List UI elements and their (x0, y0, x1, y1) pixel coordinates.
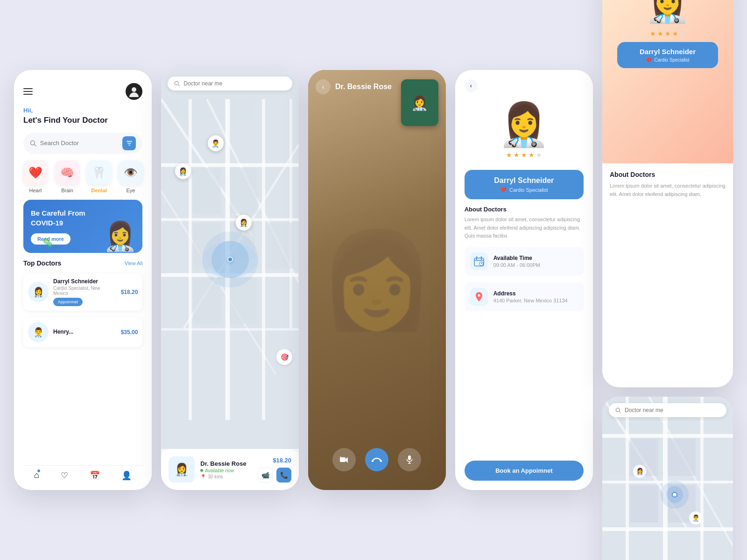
view-all-link[interactable]: View All (125, 260, 142, 266)
star-rating: ★ ★ ★ ★ ★ (506, 151, 542, 159)
svg-rect-30 (408, 455, 411, 460)
screen-map: 👨‍⚕️ 👩‍⚕️ 👩‍⚕️ 🎯 👩‍⚕️ Dr. Bessie Rose Av… (161, 70, 299, 490)
illustration-container: 👩‍⚕️ ★ ★ ★ ★ ★ (498, 104, 550, 159)
book-appointment-button[interactable]: Book an Appoimnet (465, 461, 584, 481)
profile2-stars: ★ ★ ★ ★ ★ (650, 30, 686, 37)
end-call-button[interactable] (365, 448, 388, 471)
mic-toggle-button[interactable] (398, 448, 421, 471)
doctor-price-2: $35.00 (121, 329, 138, 336)
heart-spec-icon-2: ❤️ (646, 57, 651, 63)
covid-title: Be Careful From COVID-19 (31, 208, 93, 228)
category-eye[interactable]: 👁️ Eye (119, 161, 143, 193)
eye-icon-box: 👁️ (119, 161, 143, 185)
camera-toggle-button[interactable] (332, 448, 356, 471)
category-heart[interactable]: ❤️ Heart (23, 161, 48, 193)
map-search-icon (174, 81, 180, 86)
location-pin-icon (475, 292, 483, 302)
profile2-top: ‹ 👩‍⚕️ ★ ★ ★ ★ ★ Darryl Schneider ❤️ Car… (602, 0, 733, 163)
doctor-figure: 👩‍⚕️ (103, 220, 138, 253)
map-search-input[interactable] (183, 80, 286, 87)
map-pin-1[interactable]: 👨‍⚕️ (208, 135, 224, 151)
svg-rect-12 (289, 99, 292, 328)
available-time-row: Available Time 09:00 AM - 06:00PM (465, 247, 584, 276)
doctor-card-price: $18.20 (273, 457, 291, 464)
address-label: Address (493, 290, 568, 297)
category-dental[interactable]: 🦷 Dental (87, 161, 111, 193)
svg-text:👩‍⚕️: 👩‍⚕️ (636, 468, 644, 476)
greeting: Hii, Let's Find Your Doctor (23, 106, 142, 126)
doctor-name-2: Henry... (53, 329, 116, 335)
search-bar[interactable] (23, 133, 142, 154)
camera-icon (340, 456, 348, 463)
categories: ❤️ Heart 🧠 Brain 🦷 Dental 👁️ Eye (23, 161, 142, 193)
user-location-dot (227, 257, 233, 262)
video-call-button[interactable]: 📹 (258, 468, 273, 483)
virus-icon: 🦠 (42, 237, 54, 248)
top-doctors-header: Top Doctors View All (23, 259, 142, 267)
svg-rect-17 (193, 168, 221, 214)
doctor-card-right: $18.20 📹 📞 (258, 457, 291, 483)
menu-button[interactable] (23, 88, 33, 95)
doctor-illustration: 👩‍⚕️ ★ ★ ★ ★ ★ (465, 99, 584, 163)
p2-star-4: ★ (672, 30, 678, 37)
map-target-icon[interactable]: 🎯 (276, 349, 292, 365)
svg-rect-11 (262, 99, 265, 420)
video-back-button[interactable]: ‹ (316, 79, 331, 94)
user-avatar[interactable] (126, 83, 142, 100)
map-pin-2[interactable]: 👩‍⚕️ (175, 163, 191, 179)
doctor-info-1: Darryl Schneider Cardio Specialist, New … (53, 278, 116, 306)
category-brain[interactable]: 🧠 Brain (55, 161, 79, 193)
map-pin-3[interactable]: 👩‍⚕️ (236, 215, 252, 231)
star-3: ★ (521, 151, 527, 159)
screen-doctor-profile: ‹ 👩‍⚕️ ★ ★ ★ ★ ★ Darryl Schneider ❤️ Car… (455, 70, 593, 490)
end-call-icon (372, 457, 382, 462)
map-small-search-input[interactable] (625, 407, 720, 413)
profile2-about-title: About Doctors (610, 171, 726, 178)
available-time-info: Available Time 09:00 AM - 06:00PM (493, 255, 540, 268)
svg-point-0 (132, 87, 136, 92)
covid-banner: Be Careful From COVID-19 Read more 👩‍⚕️ … (23, 200, 142, 253)
video-call-title: Dr. Bessie Rose (335, 83, 392, 91)
doctor-bottom-card: 👩‍⚕️ Dr. Bessie Rose Available now 📍 30 … (161, 449, 299, 490)
map-small-roads: 👩‍⚕️ 👨‍⚕️ (602, 397, 733, 560)
picture-in-picture-video: 👩‍⚕️ (401, 79, 438, 126)
doctor-price-1: $18.20 (121, 289, 138, 295)
svg-rect-45 (700, 397, 704, 560)
appointment-button-1[interactable]: Appoimnet (53, 298, 83, 306)
doctor-card-image: 👩‍⚕️ (169, 456, 195, 483)
nav-active-dot (37, 469, 40, 472)
about-text: Lorem ipsum dolor sit amet, consectetur … (465, 216, 584, 240)
doctor-available-status: Available now (200, 468, 252, 473)
map-search-bar[interactable] (168, 77, 292, 91)
doctor-name-1: Darryl Schneider (53, 278, 116, 285)
doctor-emoji: 👩‍⚕️ (498, 104, 550, 146)
card-actions: 📹 📞 (258, 468, 291, 483)
star-5: ★ (536, 151, 542, 159)
nav-calendar[interactable]: 📅 (90, 470, 100, 481)
screen-home: Hii, Let's Find Your Doctor ❤️ Heart 🧠 B… (14, 70, 152, 490)
filter-button[interactable] (122, 136, 136, 150)
nav-profile[interactable]: 👤 (121, 470, 132, 481)
phone-call-button[interactable]: 📞 (276, 468, 291, 483)
profile2-content: About Doctors Lorem ipsum dolor sit amet… (602, 163, 733, 387)
calendar-time-icon (474, 256, 484, 266)
search-icon (30, 140, 36, 147)
profile-back-button[interactable]: ‹ (465, 79, 478, 92)
svg-point-29 (380, 460, 382, 462)
brain-icon-box: 🧠 (55, 161, 79, 185)
svg-rect-9 (189, 99, 192, 420)
screen-doctor-profile-2: ‹ 👩‍⚕️ ★ ★ ★ ★ ★ Darryl Schneider ❤️ Car… (602, 0, 733, 387)
doctor-profile-card: Darryl Schneider ❤️ Cardio Specialist (465, 170, 584, 199)
star-4: ★ (529, 151, 535, 159)
available-time-label: Available Time (493, 255, 540, 261)
star-2: ★ (514, 151, 520, 159)
p2-star-1: ★ (650, 30, 656, 37)
search-input[interactable] (40, 140, 119, 147)
doctor-card-info: Dr. Bessie Rose Available now 📍 30 kms (200, 460, 252, 479)
nav-favorites[interactable]: ♡ (61, 470, 68, 481)
profile2-specialty: ❤️ Cardio Specialist (628, 57, 707, 63)
nav-home[interactable]: ⌂ (34, 470, 39, 481)
mic-icon (407, 455, 412, 464)
bottom-navigation: ⌂ ♡ 📅 👤 (23, 465, 142, 483)
map-small-search-bar[interactable] (609, 403, 726, 417)
